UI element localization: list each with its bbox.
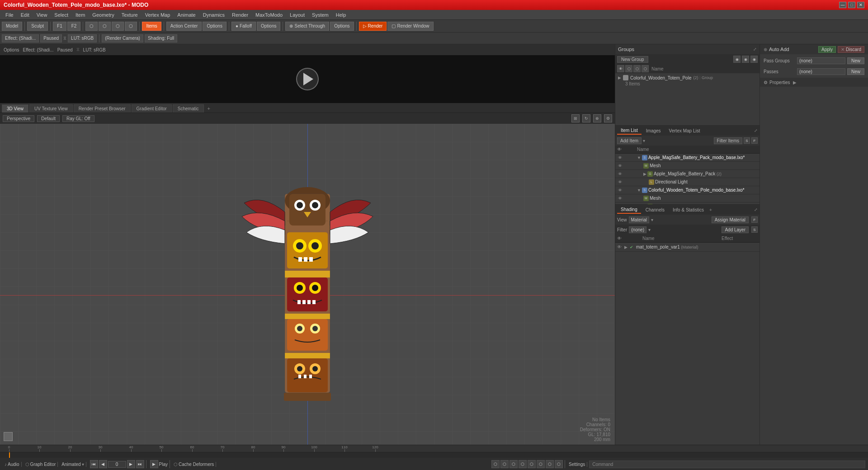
viewport-icon-settings[interactable]: ⚙ <box>604 114 612 122</box>
list-item-light1[interactable]: 👁 L Directional Light <box>615 178 760 186</box>
rec3-button[interactable]: ⬡ <box>509 460 518 468</box>
list-item-mesh2[interactable]: 👁 M Mesh <box>615 194 760 202</box>
select-options-button[interactable]: Options <box>330 22 354 31</box>
groups-expand-icon[interactable]: ⤢ <box>753 47 757 52</box>
shading-expand-icon[interactable]: ⤢ <box>754 207 758 212</box>
cache-deformers-label[interactable]: Cache Deformers <box>179 462 214 467</box>
render-camera-dropdown[interactable]: (Render Camera) <box>102 34 143 42</box>
add-layer-button[interactable]: Add Layer <box>722 226 749 233</box>
next-end-button[interactable]: ⏭ <box>136 460 144 468</box>
play-button[interactable]: ▶ <box>150 460 158 468</box>
command-input[interactable]: Command <box>589 461 865 468</box>
settings-label[interactable]: Settings <box>569 462 585 467</box>
items-button[interactable]: Items <box>142 22 161 31</box>
viewport-icon-zoom[interactable]: ⊕ <box>593 114 601 122</box>
assign-f-icon[interactable]: F <box>751 216 758 223</box>
tab-shading[interactable]: Shading <box>617 206 641 214</box>
list-item-group1[interactable]: 👁 ▶ G Apple_MagSafe_Battery_Pack (2) <box>615 170 760 178</box>
falloff-options-button[interactable]: Options <box>257 22 280 31</box>
animated-arrow[interactable]: ▾ <box>82 462 84 467</box>
new-passes-button[interactable]: New <box>847 68 864 75</box>
shading-add-icon[interactable]: + <box>709 207 712 212</box>
filter-items-button[interactable]: Filter Items <box>714 137 742 144</box>
tab-render-preset[interactable]: Render Preset Browser <box>74 104 131 113</box>
menu-file[interactable]: File <box>2 11 17 19</box>
rec7-button[interactable]: ⬡ <box>546 460 554 468</box>
menu-edit[interactable]: Edit <box>17 11 33 19</box>
apply-button[interactable]: Apply <box>818 46 836 53</box>
tab-gradient-editor[interactable]: Gradient Editor <box>132 104 172 113</box>
filter-f-icon[interactable]: F <box>751 137 758 144</box>
filter-dropdown[interactable]: (none) <box>629 226 646 233</box>
tool4-button[interactable]: ⬡ <box>125 22 137 31</box>
rec2-button[interactable]: ⬡ <box>500 460 509 468</box>
menu-view[interactable]: View <box>33 11 51 19</box>
restore-button[interactable]: □ <box>848 2 855 8</box>
paused-toggle[interactable]: Paused <box>40 34 62 42</box>
new-pass-group-button[interactable]: New <box>847 57 864 64</box>
falloff-button[interactable]: ●Falloff <box>231 22 256 31</box>
viewport-3d[interactable]: Perspective Default Ray GL: Off ⊞ ↻ ⊕ ⚙ <box>0 113 615 445</box>
menu-texture[interactable]: Texture <box>118 11 142 19</box>
layer-s-icon[interactable]: S <box>751 226 758 233</box>
minimize-button[interactable]: — <box>839 2 846 8</box>
list-item-mesh1[interactable]: 👁 M Mesh <box>615 162 760 170</box>
tab-uv-texture[interactable]: UV Texture View <box>29 104 73 113</box>
group-item-totem[interactable]: ▶ Colorful_Wooden_Totem_Pole (2) : Group <box>616 74 759 81</box>
menu-item[interactable]: Item <box>72 11 89 19</box>
menu-layout[interactable]: Layout <box>286 11 308 19</box>
render-button[interactable]: ▷Render <box>359 22 387 31</box>
tool1-button[interactable]: ⬡ <box>85 22 98 31</box>
add-tab-button[interactable]: + <box>205 104 213 113</box>
tool3-button[interactable]: ⬡ <box>112 22 124 31</box>
tab-schematic[interactable]: Schematic <box>173 104 204 113</box>
item-list-expand-icon[interactable]: ⤢ <box>754 128 758 133</box>
rec1-button[interactable]: ⬡ <box>491 460 500 468</box>
action-center-button[interactable]: Action Center <box>166 22 202 31</box>
action-options-button[interactable]: Options <box>203 22 226 31</box>
tab-channels[interactable]: Channels <box>642 207 668 213</box>
passes-dropdown[interactable]: (none) <box>797 68 845 75</box>
lock-col-icon[interactable]: ⬡ <box>625 65 632 72</box>
shading-dropdown[interactable]: Shading: Full <box>145 34 177 42</box>
f1-button[interactable]: F1 <box>53 22 66 31</box>
menu-animate[interactable]: Animate <box>174 11 199 19</box>
model-button[interactable]: Model <box>2 22 22 31</box>
frame-counter[interactable]: 0 <box>108 461 126 468</box>
f2-button[interactable]: F2 <box>67 22 81 31</box>
raygl-toggle[interactable]: Ray GL: Off <box>62 115 94 122</box>
eye-col-icon[interactable]: 👁 <box>617 65 624 72</box>
viewport-icon-grid[interactable]: ⊞ <box>571 114 580 122</box>
effect-dropdown[interactable]: Effect: (Shadi... <box>2 34 39 42</box>
tab-item-list[interactable]: Item List <box>617 127 642 135</box>
default-dropdown[interactable]: Default <box>37 115 60 122</box>
tab-vertex-map[interactable]: Vertex Map List <box>665 127 704 134</box>
auto-add-icon[interactable]: ⊕ <box>764 47 767 52</box>
pass-groups-dropdown[interactable]: (none) <box>797 57 845 64</box>
render2-col-icon[interactable]: ⬡ <box>642 65 649 72</box>
menu-maxtomodo[interactable]: MaxToModo <box>252 11 286 19</box>
graph-editor-label[interactable]: Graph Editor <box>30 462 56 467</box>
menu-dynamics[interactable]: Dynamics <box>199 11 228 19</box>
prev-start-button[interactable]: ⏮ <box>90 460 98 468</box>
render-window-button[interactable]: ▢Render Window <box>387 22 433 31</box>
menu-render[interactable]: Render <box>228 11 252 19</box>
list-item-totem-group[interactable]: 👁 ▶ G Colorful_Wooden_Totem_Pole (3) <box>615 202 760 204</box>
list-item-scene1[interactable]: 👁 ▼ S Apple_MagSafe_Battery_Pack_modo_ba… <box>615 154 760 162</box>
shading-row-mat1[interactable]: 👁 ▶ ✔ mat_totem_pole_var1 (Material) <box>615 243 760 252</box>
render-play-button[interactable] <box>296 68 319 90</box>
props-expand-icon[interactable]: ▶ <box>793 80 797 85</box>
rec5-button[interactable]: ⬡ <box>528 460 536 468</box>
assign-material-button[interactable]: Assign Material <box>712 216 749 223</box>
view-dropdown[interactable]: Material <box>629 216 650 223</box>
tool2-button[interactable]: ⬡ <box>99 22 111 31</box>
tab-images[interactable]: Images <box>642 127 665 134</box>
menu-geometry[interactable]: Geometry <box>89 11 118 19</box>
groups-icon2[interactable]: ◉ <box>742 56 749 63</box>
add-item-button[interactable]: Add Item <box>617 137 642 144</box>
prev-frame-button[interactable]: ◀ <box>99 460 107 468</box>
list-item-scene2[interactable]: 👁 ▼ S Colorful_Wooden_Totem_Pole_modo_ba… <box>615 186 760 194</box>
sculpt-button[interactable]: Sculpt <box>27 22 48 31</box>
viewport-icon-rotate[interactable]: ↻ <box>582 114 590 122</box>
menu-select[interactable]: Select <box>51 11 72 19</box>
